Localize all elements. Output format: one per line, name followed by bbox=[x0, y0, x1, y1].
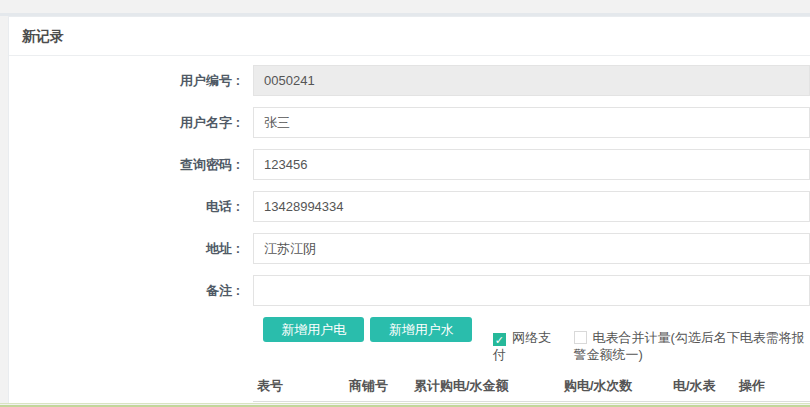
add-electric-meter-button[interactable]: 新增用户电表 bbox=[263, 317, 364, 342]
header-meter-number: 表号 bbox=[257, 377, 349, 395]
network-payment-checkbox[interactable]: ✓ bbox=[493, 333, 506, 346]
form-row-address: 地址 : bbox=[9, 233, 810, 264]
meter-table-header: 表号 商铺号 累计购电/水金额 购电/水次数 电/水表 操作 bbox=[9, 377, 810, 395]
query-password-input[interactable] bbox=[253, 149, 810, 180]
user-id-label: 用户编号 : bbox=[9, 72, 240, 90]
address-label: 地址 : bbox=[9, 240, 240, 258]
table-header-divider bbox=[253, 401, 810, 402]
user-name-input[interactable] bbox=[253, 107, 810, 138]
header-purchase-count: 购电/水次数 bbox=[564, 377, 673, 395]
form-row-user-name: 用户名字 : bbox=[9, 107, 810, 138]
form-row-remarks: 备注 : bbox=[9, 275, 810, 306]
header-meter-type: 电/水表 bbox=[673, 377, 739, 395]
meter-merge-option[interactable]: 电表合并计量(勾选后名下电表需将报警金额统一) bbox=[574, 329, 810, 363]
new-record-panel: 新记录 用户编号 : 用户名字 : 查询密码 : 电话 : 地址 : 备注 : bbox=[8, 16, 810, 403]
query-password-label: 查询密码 : bbox=[9, 156, 240, 174]
form-row-query-password: 查询密码 : bbox=[9, 149, 810, 180]
add-water-meter-button[interactable]: 新增用户水表 bbox=[370, 317, 471, 342]
header-total-purchase-amount: 累计购电/水金额 bbox=[414, 377, 564, 395]
meter-merge-checkbox[interactable] bbox=[574, 331, 587, 344]
remarks-label: 备注 : bbox=[9, 282, 240, 300]
phone-input[interactable] bbox=[253, 191, 810, 222]
address-input[interactable] bbox=[253, 233, 810, 264]
phone-label: 电话 : bbox=[9, 198, 240, 216]
meter-merge-label: 电表合并计量(勾选后名下电表需将报警金额统一) bbox=[574, 330, 805, 362]
header-shop-number: 商铺号 bbox=[349, 377, 414, 395]
header-actions: 操作 bbox=[739, 377, 765, 395]
form-row-phone: 电话 : bbox=[9, 191, 810, 222]
panel-title: 新记录 bbox=[9, 17, 810, 56]
new-record-form: 用户编号 : 用户名字 : 查询密码 : 电话 : 地址 : 备注 : 新增用户… bbox=[9, 56, 810, 402]
actions-row: 新增用户电表 新增用户水表 ✓网络支付 电表合并计量(勾选后名下电表需将报警金额… bbox=[9, 317, 810, 363]
bottom-accent-line-light bbox=[0, 403, 810, 404]
remarks-input[interactable] bbox=[253, 275, 810, 306]
network-payment-option[interactable]: ✓网络支付 bbox=[493, 329, 559, 363]
user-id-input bbox=[253, 65, 810, 96]
form-row-user-id: 用户编号 : bbox=[9, 65, 810, 96]
user-name-label: 用户名字 : bbox=[9, 114, 240, 132]
